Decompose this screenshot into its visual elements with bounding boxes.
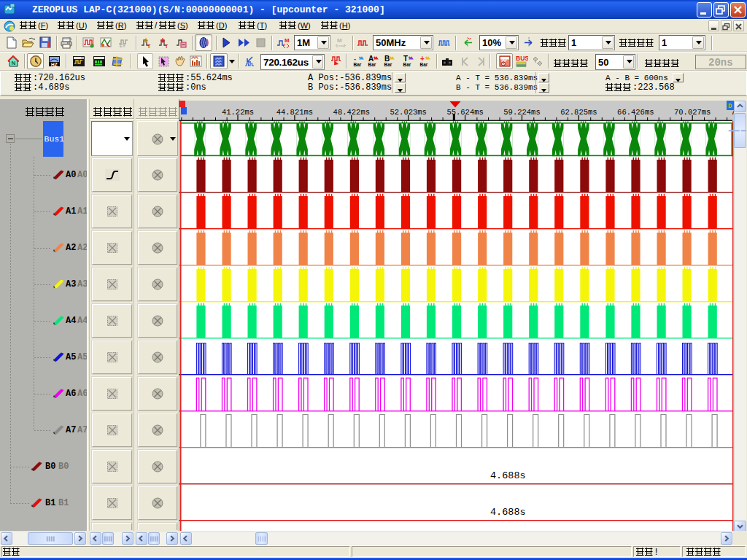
svg-text:Bar: Bar	[420, 62, 428, 67]
svg-text:M: M	[337, 37, 342, 44]
svg-text:Bar: Bar	[368, 62, 376, 67]
svg-text:BUS: BUS	[516, 55, 528, 62]
svg-text:Bar: Bar	[384, 62, 392, 67]
svg-text:Bar: Bar	[403, 62, 411, 67]
svg-text:4.688s: 4.688s	[490, 470, 526, 481]
svg-text:D: D	[728, 103, 732, 110]
svg-text:4.688s: 4.688s	[490, 507, 526, 518]
svg-text:M: M	[285, 37, 290, 44]
svg-text:Bar: Bar	[354, 62, 362, 67]
